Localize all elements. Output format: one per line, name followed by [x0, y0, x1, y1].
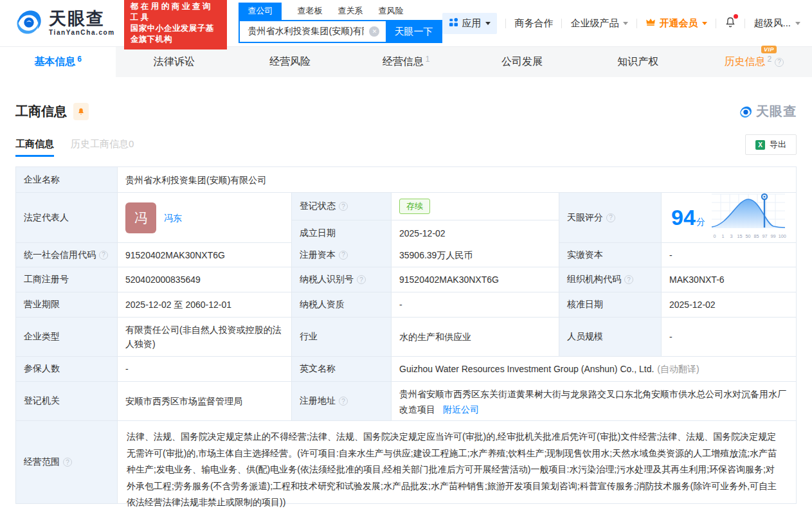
nearby-companies-link[interactable]: 附近公司: [443, 404, 479, 415]
subtab-business-info[interactable]: 工商信息: [15, 138, 54, 157]
help-icon[interactable]: [624, 275, 633, 284]
field-label: 核准日期: [559, 292, 662, 317]
table-row: 法定代表人 冯 冯东 登记状态 存续 成立日期 2025-12-02: [16, 193, 796, 243]
business-scope-value: 法律、法规、国务院决定规定禁止的不得经营;法律、法规、国务院决定规定应当许可(审…: [118, 421, 796, 503]
tab-history-info[interactable]: 历史信息2 VIP: [696, 47, 812, 77]
menu-vip[interactable]: 开通会员: [645, 17, 707, 30]
help-icon[interactable]: [339, 202, 348, 211]
field-label: 英文名称: [292, 357, 392, 381]
divider: [561, 19, 562, 28]
tab-company-development[interactable]: 公司发展: [464, 47, 580, 77]
avatar[interactable]: 冯: [125, 202, 156, 233]
main-nav: 基本信息6 法律诉讼 经营风险 经营信息1 公司发展 知识产权 历史信息2 VI…: [0, 46, 812, 77]
english-name-value: Guizhou Water Resources Investment Group…: [392, 357, 796, 381]
header-menu: 应用 商务合作 企业级产品 开通会员: [442, 13, 800, 34]
search-area: 查公司 查老板 查关系 查风险 天眼一下: [239, 3, 442, 43]
tab-intellectual-property[interactable]: 知识产权: [580, 47, 696, 77]
field-label: 纳税人资质: [292, 292, 392, 317]
menu-cooperation[interactable]: 商务合作: [514, 17, 553, 30]
search-button[interactable]: 天眼一下: [386, 21, 441, 42]
taxpayer-id-value: 91520402MAK30NXT6G: [392, 267, 559, 292]
field-label: 登记状态: [292, 193, 392, 220]
tianyancha-logo[interactable]: 天眼查 TianYanCha.com: [14, 7, 115, 39]
reg-number-value: 520402000835649: [118, 267, 292, 292]
org-code-value: MAK30NXT-6: [662, 267, 796, 292]
field-label: 组织机构代码: [559, 267, 662, 292]
vip-badge: VIP: [761, 46, 777, 53]
tianyancha-logo-icon: [14, 7, 44, 39]
legal-rep-cell: 冯 冯东: [118, 193, 292, 242]
divider: [716, 19, 716, 28]
tianyancha-watermark-icon: [739, 105, 753, 119]
score-distribution-chart: 01 315 5085 9799 100: [710, 192, 786, 244]
table-row: 工商注册号 520402000835649 纳税人识别号 91520402MAK…: [16, 267, 796, 292]
help-icon[interactable]: [606, 213, 615, 222]
table-row: 统一社会信用代码 91520402MAK30NXT6G 注册资本 35906.3…: [16, 243, 796, 267]
menu-apps[interactable]: 应用: [442, 13, 497, 34]
main-content: 工商信息 天眼查 工商信息 历史工商信息0 导出 企业名称: [0, 77, 812, 511]
section-title: 工商信息: [15, 103, 67, 120]
field-label: 企业名称: [16, 167, 118, 192]
field-label: 企业类型: [16, 318, 118, 356]
business-term-value: 2025-12-02 至 2060-12-01: [118, 292, 292, 317]
search-input[interactable]: [240, 21, 386, 42]
help-icon[interactable]: [357, 275, 366, 284]
help-icon[interactable]: [339, 251, 348, 260]
chevron-down-icon: [795, 22, 800, 25]
taxpayer-quality-value: -: [392, 292, 559, 317]
score-value: 94: [671, 205, 696, 229]
field-label: 经营范围: [16, 421, 118, 503]
field-label: 成立日期: [292, 220, 392, 246]
field-label: 法定代表人: [16, 193, 118, 242]
slogan-badge: 都在用的商业查询工具 国家中小企业发展子基金旗下机构: [124, 0, 228, 49]
field-label: 参保人数: [16, 357, 118, 381]
field-label: 天眼评分: [559, 193, 662, 242]
legal-rep-link[interactable]: 冯东: [164, 211, 182, 225]
divider: [744, 19, 745, 28]
table-row: 参保人数 - 英文名称 Guizhou Water Resources Inve…: [16, 357, 796, 382]
clear-icon[interactable]: [369, 26, 379, 37]
export-button[interactable]: 导出: [745, 134, 797, 155]
field-label: 注册地址: [292, 382, 392, 420]
company-type-value: 有限责任公司(非自然人投资或控股的法人独资): [118, 318, 292, 356]
help-icon[interactable]: [775, 58, 784, 67]
field-label: 工商注册号: [16, 267, 118, 292]
reg-authority-value: 安顺市西秀区市场监督管理局: [118, 382, 292, 420]
score-cell: 94分: [662, 193, 796, 242]
help-icon[interactable]: [99, 251, 108, 260]
chevron-down-icon: [623, 22, 628, 25]
notification-dot: [734, 14, 738, 19]
field-label: 营业期限: [16, 292, 118, 317]
top-header: 天眼查 TianYanCha.com 都在用的商业查询工具 国家中小企业发展子基…: [0, 0, 812, 46]
menu-enterprise[interactable]: 企业级产品: [570, 17, 628, 30]
chevron-down-icon: [485, 22, 491, 25]
divider: [636, 19, 637, 28]
tab-basic-info[interactable]: 基本信息6: [0, 47, 116, 77]
field-label: 人员规模: [559, 318, 662, 356]
table-row: 登记机关 安顺市西秀区市场监督管理局 注册地址 贵州省安顺市西秀区东关街道黄果树…: [16, 382, 796, 421]
brand-name: 天眼查: [49, 10, 115, 28]
notification-bell[interactable]: [725, 16, 736, 30]
table-row: 经营范围 法律、法规、国务院决定规定禁止的不得经营;法律、法规、国务院决定规定应…: [16, 421, 796, 503]
tab-operation-info[interactable]: 经营信息1: [348, 47, 464, 77]
subtab-history-business-info[interactable]: 历史工商信息0: [71, 138, 134, 157]
menu-super-risk[interactable]: 超级风...: [753, 17, 800, 30]
score-axis-ticks: 01 315 5085 9799 100: [710, 229, 786, 244]
tab-legal[interactable]: 法律诉讼: [116, 47, 231, 77]
search-tab-relation[interactable]: 查关系: [338, 5, 363, 20]
reg-address-value: 贵州省安顺市西秀区东关街道黄果树大街与龙泉路交叉口东北角安顺市供水总公司水对沉备…: [392, 382, 796, 420]
search-tab-risk[interactable]: 查风险: [378, 5, 403, 20]
help-icon[interactable]: [339, 397, 348, 406]
help-icon[interactable]: [63, 458, 72, 467]
crown-icon: [645, 17, 656, 29]
credit-code-value: 91520402MAK30NXT6G: [118, 243, 292, 267]
tab-operation-risk[interactable]: 经营风险: [232, 47, 348, 77]
field-label: 行业: [292, 318, 392, 356]
reg-capital-value: 35906.39万人民币: [392, 243, 559, 267]
search-tab-boss[interactable]: 查老板: [297, 5, 322, 20]
auto-translate-note: (自动翻译): [657, 362, 699, 376]
field-label: 纳税人识别号: [292, 267, 392, 292]
search-tabs: 查公司 查老板 查关系 查风险: [239, 3, 442, 20]
follow-bell-button[interactable]: [73, 103, 89, 120]
search-tab-company[interactable]: 查公司: [239, 3, 282, 20]
